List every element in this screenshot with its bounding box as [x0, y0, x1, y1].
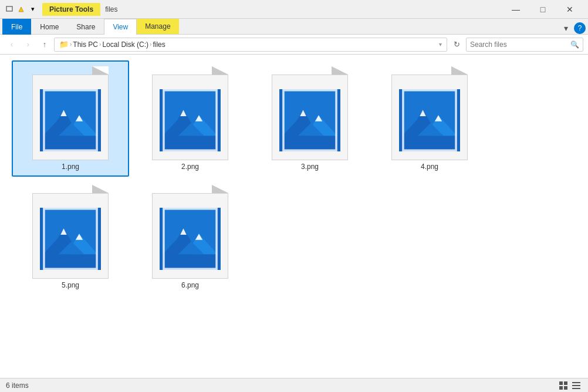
image-placeholder: [160, 89, 221, 151]
image-placeholder: [40, 208, 101, 270]
ribbon: File Home Share View Manage ▾ ?: [0, 19, 588, 35]
doc-body: [391, 75, 468, 160]
minimize-button[interactable]: —: [502, 0, 529, 19]
main-area: 1.png: [0, 55, 588, 378]
tab-view[interactable]: View: [104, 19, 137, 35]
file-icon: [391, 66, 468, 160]
file-label: 3.png: [301, 163, 319, 171]
doc-body: [272, 75, 348, 160]
tab-share[interactable]: Share: [67, 19, 104, 35]
ribbon-tabs: File Home Share View Manage ▾ ?: [0, 19, 588, 34]
forward-button[interactable]: ›: [21, 38, 35, 52]
svg-rect-21: [163, 136, 218, 152]
help-button[interactable]: ?: [574, 22, 586, 34]
image-placeholder: [279, 89, 340, 151]
quick-access-icon-1: [5, 5, 14, 14]
doc-body: [152, 75, 228, 160]
svg-rect-43: [402, 136, 457, 152]
svg-rect-0: [6, 6, 12, 11]
doc-body: [32, 193, 109, 279]
svg-rect-71: [572, 382, 580, 383]
svg-rect-69: [559, 386, 563, 390]
svg-rect-32: [282, 136, 337, 152]
refresh-button[interactable]: ↻: [450, 38, 464, 52]
path-folder-icon: 📁: [59, 40, 69, 49]
doc-corner-fold: [212, 185, 228, 193]
path-arrow-2: ›: [99, 41, 101, 48]
path-this-pc[interactable]: This PC: [73, 40, 98, 49]
tab-home[interactable]: Home: [31, 19, 67, 35]
path-arrow-1: ›: [70, 41, 72, 48]
tab-manage[interactable]: Manage: [137, 19, 178, 34]
file-icon: [272, 66, 348, 160]
file-label: 5.png: [62, 281, 79, 289]
file-label: 4.png: [421, 163, 438, 171]
title-bar: ▾ Picture Tools files — □ ✕: [0, 0, 588, 19]
quick-access-icons: ▾: [5, 5, 38, 14]
path-files[interactable]: files: [153, 40, 165, 49]
quick-access-icon-3: ▾: [28, 5, 38, 14]
file-icon: [152, 185, 228, 279]
view-details-button[interactable]: [570, 380, 582, 391]
file-icon: [32, 185, 109, 279]
svg-rect-72: [572, 385, 580, 386]
svg-rect-70: [564, 386, 567, 390]
svg-rect-10: [43, 136, 98, 152]
file-icon: [32, 66, 109, 160]
quick-access-icon-2: [16, 5, 26, 14]
doc-corner-fold: [92, 185, 109, 193]
file-item[interactable]: 2.png: [131, 60, 249, 177]
doc-corner-fold: [92, 66, 109, 75]
window-title: files: [105, 5, 117, 13]
maximize-button[interactable]: □: [529, 0, 556, 19]
file-label: 6.png: [181, 281, 199, 289]
doc-corner-fold: [212, 66, 228, 75]
svg-rect-68: [564, 381, 567, 385]
view-large-icons-button[interactable]: [557, 380, 569, 391]
image-placeholder: [40, 89, 101, 151]
file-item[interactable]: 5.png: [12, 179, 129, 295]
search-input[interactable]: [470, 40, 568, 49]
doc-corner-fold: [332, 66, 348, 75]
ribbon-expand-button[interactable]: ▾: [560, 22, 572, 34]
image-placeholder: [160, 208, 221, 270]
file-item[interactable]: 4.png: [371, 60, 488, 177]
path-local-disk[interactable]: Local Disk (C:): [102, 40, 148, 49]
picture-tools-label: Picture Tools: [42, 3, 100, 16]
svg-rect-73: [572, 388, 580, 389]
file-item[interactable]: 6.png: [131, 179, 249, 295]
tab-file[interactable]: File: [2, 19, 31, 35]
item-count: 6 items: [6, 381, 29, 390]
view-buttons: [557, 380, 582, 391]
file-label: 2.png: [181, 163, 199, 171]
svg-rect-54: [43, 255, 98, 271]
close-button[interactable]: ✕: [556, 0, 583, 19]
window-controls: — □ ✕: [502, 0, 583, 19]
path-dropdown-arrow: ▾: [439, 41, 442, 48]
file-icon: [152, 66, 228, 160]
search-box: 🔍: [466, 38, 583, 52]
file-grid: 1.png: [0, 55, 588, 378]
image-placeholder: [399, 89, 460, 151]
search-icon[interactable]: 🔍: [570, 40, 579, 49]
svg-rect-67: [559, 381, 563, 385]
file-item[interactable]: 1.png: [12, 60, 129, 177]
file-label: 1.png: [62, 163, 79, 171]
svg-rect-65: [163, 255, 218, 271]
address-path[interactable]: 📁 › This PC › Local Disk (C:) › files ▾: [54, 38, 447, 52]
file-item[interactable]: 3.png: [251, 60, 369, 177]
status-bar: 6 items: [0, 378, 588, 392]
path-arrow-3: ›: [150, 41, 151, 48]
back-button[interactable]: ‹: [5, 38, 19, 52]
doc-corner-fold: [451, 66, 468, 75]
doc-body: [32, 75, 109, 160]
doc-body: [152, 193, 228, 279]
title-bar-app: Picture Tools files: [42, 3, 117, 16]
up-button[interactable]: ↑: [38, 38, 52, 52]
address-bar: ‹ › ↑ 📁 › This PC › Local Disk (C:) › fi…: [0, 35, 588, 55]
